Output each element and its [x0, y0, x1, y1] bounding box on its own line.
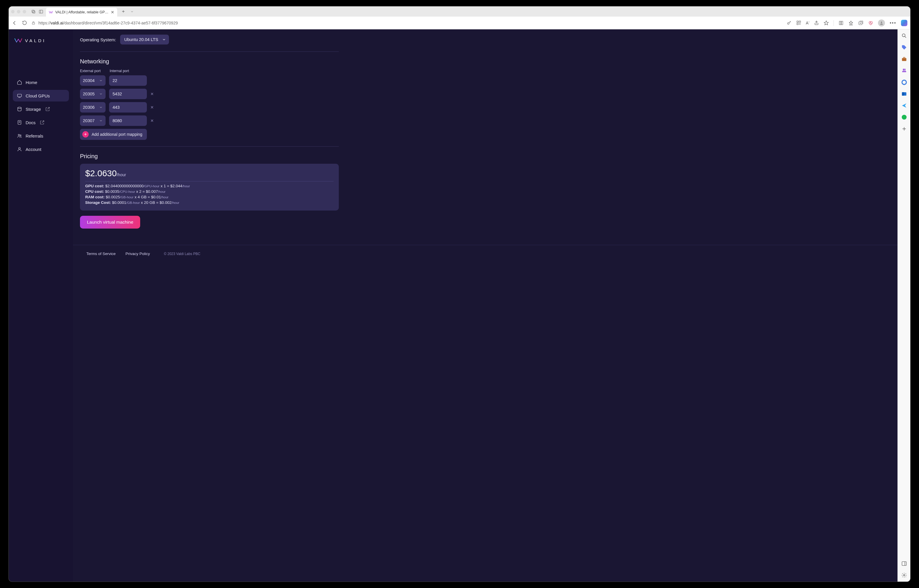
svg-marker-11: [849, 21, 853, 24]
add-port-mapping-button[interactable]: + Add additional port mapping: [80, 129, 147, 140]
remove-port-icon[interactable]: ✕: [150, 118, 154, 123]
reload-button[interactable]: [21, 20, 27, 26]
svg-rect-2: [39, 10, 43, 13]
edge-sidebar: [898, 29, 910, 582]
sidebar-item-label: Home: [26, 80, 37, 85]
briefcase-icon[interactable]: [901, 56, 907, 62]
collections-icon[interactable]: [858, 20, 864, 26]
internal-port-input[interactable]: [109, 102, 147, 113]
svg-rect-7: [799, 21, 801, 23]
more-menu-icon[interactable]: •••: [890, 20, 896, 26]
send-icon[interactable]: [901, 103, 907, 108]
svg-rect-8: [797, 23, 798, 25]
sidebar-item-referrals[interactable]: Referrals: [13, 130, 69, 142]
divider: [80, 146, 339, 147]
maximize-window-dot[interactable]: [23, 10, 26, 13]
os-label: Operating System:: [80, 37, 116, 42]
internal-port-input[interactable]: [109, 75, 147, 86]
port-row: 20307✕: [80, 115, 339, 126]
remove-port-icon[interactable]: ✕: [150, 92, 154, 96]
reading-list-icon[interactable]: [838, 20, 844, 26]
back-button[interactable]: [11, 20, 18, 26]
pricing-line-cpu: CPU cost: $0.0035/CPU-hour x 2 = $0.007/…: [85, 189, 334, 194]
footer-privacy-link[interactable]: Privacy Policy: [126, 252, 150, 256]
share-icon[interactable]: [814, 20, 819, 25]
urlbar: https://valdi.ai/dashboard/direct/vm/3f1…: [9, 16, 910, 29]
external-port-select[interactable]: 20304: [80, 75, 106, 86]
footer-tos-link[interactable]: Terms of Service: [86, 252, 116, 256]
minimize-window-dot[interactable]: [17, 10, 20, 13]
launch-vm-button[interactable]: Launch virtual machine: [80, 216, 140, 229]
titlebar: VALDI | Affordable, reliable GP… ✕ ＋: [9, 6, 910, 16]
extensions-icon[interactable]: [796, 20, 801, 25]
divider: [85, 181, 334, 181]
lock-icon: [31, 21, 36, 25]
logo-text: VALDI: [25, 38, 46, 43]
logo[interactable]: VALDI: [13, 35, 69, 50]
svg-rect-0: [32, 10, 34, 12]
svg-rect-4: [32, 23, 35, 24]
svg-point-5: [788, 23, 789, 24]
footer: Terms of Service Privacy Policy © 2023 V…: [73, 245, 898, 262]
svg-point-17: [18, 107, 21, 108]
footer-copyright: © 2023 Valdi Labs PBC: [164, 252, 200, 256]
pricing-total-unit: /hour: [116, 173, 126, 177]
sidebar: VALDI Home Cloud GPUs Storage: [9, 29, 73, 582]
svg-point-21: [18, 134, 20, 136]
pricing-line-storage: Storage Cost: $0.0001/GB-hour x 20 GB = …: [85, 200, 334, 205]
close-window-dot[interactable]: [11, 10, 15, 13]
health-icon[interactable]: [868, 20, 873, 26]
profile-avatar[interactable]: [878, 19, 885, 26]
sidebar-item-cloud-gpus[interactable]: Cloud GPUs: [13, 90, 69, 102]
sidebar-item-docs[interactable]: Docs: [13, 116, 69, 128]
os-select[interactable]: Ubuntu 20.04 LTS: [120, 35, 169, 45]
hide-sidebar-icon[interactable]: [901, 561, 907, 567]
external-port-select[interactable]: 20305: [80, 89, 106, 99]
port-row: 20304: [80, 75, 339, 86]
tab-dropdown-icon[interactable]: [129, 9, 135, 14]
url-text: https://valdi.ai/dashboard/direct/vm/3f1…: [39, 21, 178, 25]
outlook-icon[interactable]: [901, 91, 907, 97]
browser-tab[interactable]: VALDI | Affordable, reliable GP… ✕: [46, 8, 117, 16]
internal-port-input[interactable]: [109, 115, 147, 126]
office-icon[interactable]: [901, 79, 907, 85]
add-sidebar-icon[interactable]: [901, 126, 907, 132]
address-bar[interactable]: https://valdi.ai/dashboard/direct/vm/3f1…: [31, 21, 783, 25]
networking-title: Networking: [80, 58, 339, 65]
external-port-value: 20307: [83, 118, 95, 123]
external-link-icon: [45, 107, 50, 111]
home-icon: [17, 80, 22, 85]
favorites-bar-icon[interactable]: [848, 20, 854, 26]
port-column-headers: External port Internal port: [80, 69, 339, 73]
svg-rect-15: [18, 94, 21, 97]
internal-port-input[interactable]: [109, 89, 147, 99]
key-icon[interactable]: [787, 20, 791, 25]
sidebar-item-label: Referrals: [26, 134, 43, 139]
settings-icon[interactable]: [901, 572, 907, 578]
external-port-select[interactable]: 20307: [80, 115, 106, 126]
text-size-icon[interactable]: A›: [806, 20, 809, 25]
copilot-icon[interactable]: [901, 20, 908, 26]
search-icon[interactable]: [901, 33, 907, 39]
close-tab-icon[interactable]: ✕: [111, 10, 114, 15]
divider: [80, 52, 339, 52]
sidebar-item-account[interactable]: Account: [13, 143, 69, 155]
external-port-select[interactable]: 20306: [80, 102, 106, 113]
spotify-icon[interactable]: [901, 114, 907, 120]
workspace-icon[interactable]: [31, 9, 36, 14]
svg-rect-27: [903, 69, 904, 71]
pricing-line-ram: RAM cost: $0.0025/GB-hour x 4 GB = $0.01…: [85, 195, 334, 199]
sidebar-item-storage[interactable]: Storage: [13, 103, 69, 115]
games-icon[interactable]: [901, 68, 907, 74]
favorite-icon[interactable]: [824, 20, 829, 26]
sidebar-item-home[interactable]: Home: [13, 76, 69, 88]
remove-port-icon[interactable]: ✕: [150, 105, 154, 110]
svg-rect-29: [902, 71, 906, 72]
chevron-down-icon: [99, 119, 103, 123]
tag-icon[interactable]: [901, 45, 907, 50]
panel-icon[interactable]: [39, 9, 44, 14]
svg-point-22: [20, 135, 21, 136]
pricing-box: $2.0630/hour GPU cost: $2.04400000000000…: [80, 164, 339, 210]
new-tab-button[interactable]: ＋: [120, 8, 127, 15]
sidebar-item-label: Cloud GPUs: [26, 93, 50, 98]
